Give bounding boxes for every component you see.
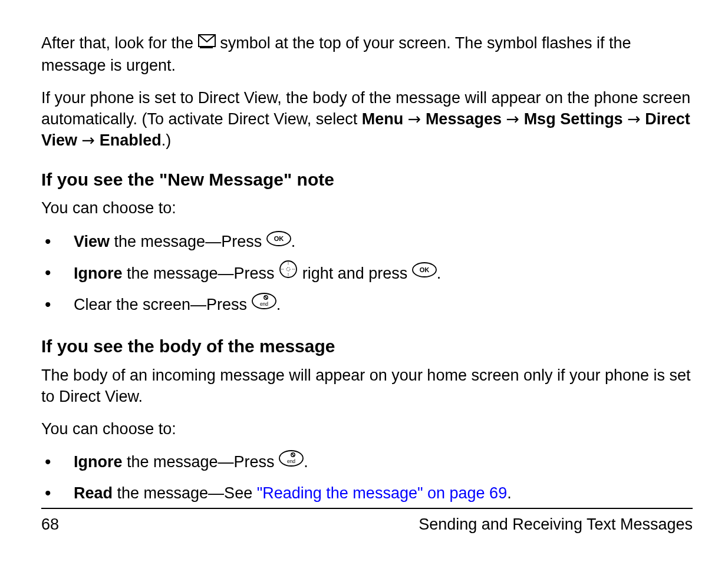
paragraph-body-direct-view: The body of an incoming message will app… [41, 365, 693, 408]
lead-choose-b: You can choose to: [41, 418, 693, 439]
text: .) [162, 131, 172, 149]
text: After that, look for the [41, 34, 198, 52]
envelope-icon [198, 32, 216, 54]
end-button-icon: end [279, 449, 304, 474]
end-button-icon: end [252, 292, 276, 317]
link-reading-the-message[interactable]: "Reading the message" on page 69 [257, 484, 507, 502]
bullet-list-a: View the message—Press OK . Ignore the m… [41, 230, 693, 318]
bullet-ignore-body: Ignore the message—Press end . [41, 450, 693, 475]
svg-text:OK: OK [420, 266, 430, 273]
text: . [304, 453, 308, 471]
action-ignore: Ignore [74, 453, 123, 471]
text: the message—Press [110, 233, 266, 250]
section-title: Sending and Receiving Text Messages [419, 514, 693, 535]
action-read: Read [74, 484, 113, 502]
text: . [276, 296, 281, 313]
arrow-icon: → [627, 108, 641, 130]
page-footer: 68 Sending and Receiving Text Messages [41, 508, 693, 535]
arrow-icon: → [82, 130, 95, 151]
arrow-icon: → [506, 108, 519, 130]
text: the message—See [113, 484, 257, 502]
menu-path-menu: Menu [362, 110, 404, 128]
menu-path-enabled: Enabled [100, 131, 162, 149]
text: . [507, 484, 512, 502]
nav-pad-icon [279, 260, 298, 286]
page-number: 68 [41, 514, 59, 535]
text: the message—Press [123, 264, 279, 282]
svg-text:OK: OK [274, 235, 284, 242]
arrow-icon: → [408, 108, 421, 130]
bullet-ignore-message: Ignore the message—Press right and press… [41, 261, 693, 287]
text: right and press [302, 264, 412, 282]
paragraph-symbol-flash: After that, look for the symbol at the t… [41, 32, 693, 77]
bullet-list-b: Ignore the message—Press end . Read the … [41, 450, 693, 506]
svg-text:end: end [287, 458, 295, 464]
text: Clear the screen—Press [74, 296, 252, 313]
bullet-view-message: View the message—Press OK . [41, 230, 693, 255]
ok-button-icon: OK [266, 229, 291, 254]
bullet-read-body: Read the message—See "Reading the messag… [41, 481, 693, 506]
heading-body-of-message: If you see the body of the message [41, 335, 693, 359]
action-view: View [74, 233, 110, 250]
text: . [291, 233, 296, 250]
text: . [437, 264, 442, 282]
ok-button-icon: OK [412, 260, 437, 285]
action-ignore: Ignore [74, 264, 123, 282]
svg-text:end: end [260, 301, 268, 307]
menu-path-msg-settings: Msg Settings [524, 110, 623, 128]
text: the message—Press [123, 453, 279, 471]
menu-path-messages: Messages [426, 110, 502, 128]
bullet-clear-screen: Clear the screen—Press end . [41, 293, 693, 318]
lead-choose-a: You can choose to: [41, 197, 693, 219]
heading-new-message-note: If you see the "New Message" note [41, 168, 693, 192]
paragraph-direct-view: If your phone is set to Direct View, the… [41, 87, 693, 151]
manual-page: After that, look for the symbol at the t… [0, 0, 728, 562]
